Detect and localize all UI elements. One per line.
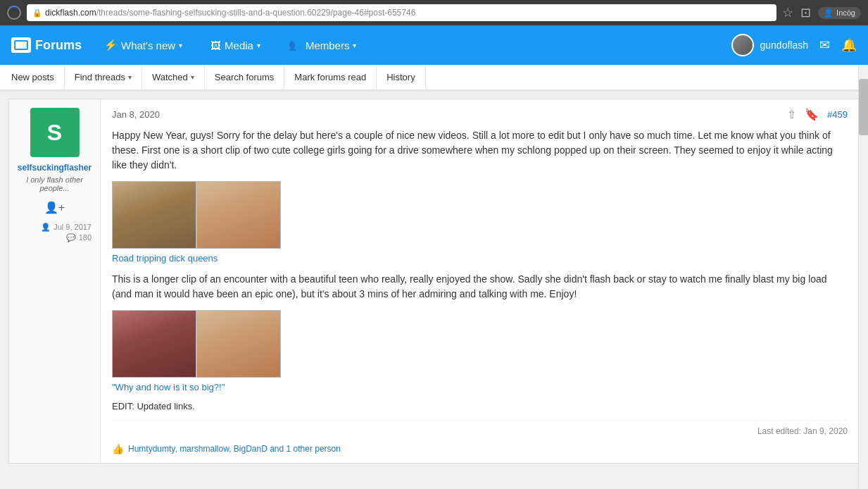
post-header: Jan 8, 2020 ⇧ 🔖 #459 — [112, 108, 848, 121]
message-count: 180 — [79, 233, 92, 242]
nav-members[interactable]: 👥 Members ▾ — [283, 36, 363, 54]
browser-chrome: 🔒 dickflash.com/threads/some-flashing-se… — [0, 0, 868, 25]
image-link-1[interactable]: Road tripping dick queens — [112, 253, 848, 264]
nav-whats-new[interactable]: ⚡ What's new ▾ — [99, 36, 188, 54]
bell-icon[interactable]: 🔔 — [841, 37, 857, 53]
post-container: S selfsuckingflasher I only flash other … — [8, 99, 860, 464]
incog-label: Incóg — [836, 8, 855, 17]
media-label: Media — [225, 39, 253, 51]
reaction-thumbs-icon: 👍 — [112, 443, 124, 454]
post-body-text-1: Happy New Year, guys! Sorry for the dela… — [112, 128, 848, 173]
subnav-watched[interactable]: Watched ▾ — [142, 65, 205, 90]
reaction-users[interactable]: Humtydumty, marshmallow, BigDanD and 1 o… — [128, 444, 341, 454]
user-icon-person: 👤 — [41, 223, 51, 232]
search-forums-label: Search forums — [215, 72, 275, 82]
media-chevron: ▾ — [257, 42, 260, 49]
message-count-row: 💬 180 — [18, 233, 92, 242]
brand-label: Forums — [35, 38, 82, 53]
whats-new-chevron: ▾ — [179, 42, 182, 49]
image-row-2 — [112, 310, 848, 378]
incognito-badge: 👤 Incóg — [818, 7, 861, 19]
header-nav: Forums ⚡ What's new ▾ 🖼 Media ▾ 👥 Member… — [11, 36, 362, 54]
header-username: gundoflash — [760, 39, 808, 51]
user-avatar-header — [731, 34, 754, 56]
url-domain: dickflash.com — [45, 8, 96, 18]
url-path: /threads/some-flashing-selfsucking-still… — [96, 8, 416, 18]
edit-note: EDIT: Updated links. — [112, 401, 848, 411]
url-text: dickflash.com/threads/some-flashing-self… — [45, 8, 415, 18]
star-icon[interactable]: ☆ — [782, 5, 793, 20]
join-date-row: 👤 Jul 9, 2017 — [18, 223, 92, 232]
find-threads-label: Find threads — [75, 72, 125, 82]
share-icon[interactable]: ⇧ — [787, 108, 796, 121]
forums-icon — [11, 37, 31, 53]
header-right: gundoflash ✉ 🔔 — [731, 34, 857, 56]
image-thumbnail-2a[interactable] — [112, 310, 196, 378]
incog-person-icon: 👤 — [824, 8, 834, 18]
sub-navigation: New posts Find threads ▾ Watched ▾ Searc… — [0, 65, 868, 90]
main-content: S selfsuckingflasher I only flash other … — [0, 90, 868, 472]
whats-new-icon: ⚡ — [104, 39, 118, 51]
post-body-text-2: This is a longer clip of an encounter wi… — [112, 272, 848, 302]
add-friend-icon[interactable]: 👤+ — [44, 201, 65, 214]
image-row-1 — [112, 181, 848, 249]
join-date: Jul 9, 2017 — [54, 223, 92, 232]
bookmark-icon[interactable]: 🔖 — [805, 108, 819, 121]
username[interactable]: selfsuckingflasher — [18, 163, 92, 173]
user-tagline: I only flash other people... — [18, 175, 92, 192]
user-meta: 👤 Jul 9, 2017 💬 180 — [18, 223, 92, 244]
subnav-mark-read[interactable]: Mark forums read — [284, 65, 377, 90]
user-profile[interactable]: gundoflash — [731, 34, 808, 56]
image-block-1: Road tripping dick queens — [112, 181, 848, 264]
new-posts-label: New posts — [11, 72, 54, 82]
url-bar[interactable]: 🔒 dickflash.com/threads/some-flashing-se… — [27, 4, 776, 21]
avatar-initial: S — [47, 120, 62, 146]
image-thumbnail-1a[interactable] — [112, 181, 196, 249]
mail-icon[interactable]: ✉ — [819, 37, 830, 53]
image-thumbnail-1b[interactable] — [196, 181, 281, 249]
subnav-search-forums[interactable]: Search forums — [205, 65, 285, 90]
post-actions: ⇧ 🔖 #459 — [787, 108, 848, 121]
avatar: S — [30, 108, 80, 157]
members-icon: 👥 — [289, 39, 302, 51]
scroll-thumb[interactable] — [859, 79, 868, 135]
watched-label: Watched — [152, 72, 188, 82]
media-icon: 🖼 — [210, 39, 221, 51]
post-body: Jan 8, 2020 ⇧ 🔖 #459 Happy New Year, guy… — [101, 99, 859, 463]
find-threads-chevron: ▾ — [128, 73, 132, 81]
tab-icon[interactable]: ⊡ — [800, 5, 811, 20]
image-link-2[interactable]: "Why and how is it so big?!" — [112, 382, 848, 392]
last-edited: Last edited: Jan 9, 2020 — [757, 426, 848, 436]
post-footer: Last edited: Jan 9, 2020 — [112, 420, 848, 436]
loading-spinner — [7, 6, 21, 20]
user-icons: 👤+ — [44, 201, 65, 214]
user-icon-messages: 💬 — [66, 233, 76, 242]
image-thumbnail-2b[interactable] — [196, 310, 281, 378]
browser-actions: ☆ ⊡ 👤 Incóg — [782, 5, 861, 20]
lock-icon: 🔒 — [32, 8, 42, 18]
subnav-new-posts[interactable]: New posts — [8, 65, 65, 90]
user-sidebar: S selfsuckingflasher I only flash other … — [9, 99, 101, 463]
nav-media[interactable]: 🖼 Media ▾ — [205, 37, 266, 54]
members-label: Members — [306, 39, 350, 51]
subnav-history[interactable]: History — [377, 65, 425, 90]
history-label: History — [386, 72, 415, 82]
watched-chevron: ▾ — [191, 73, 194, 81]
members-chevron: ▾ — [353, 42, 356, 49]
reactions: 👍 Humtydumty, marshmallow, BigDanD and 1… — [112, 439, 848, 454]
forums-brand[interactable]: Forums — [11, 37, 82, 53]
subnav-find-threads[interactable]: Find threads ▾ — [65, 65, 142, 90]
scrollbar[interactable] — [858, 65, 868, 472]
post-date: Jan 8, 2020 — [112, 109, 160, 120]
post-number[interactable]: #459 — [827, 109, 848, 120]
whats-new-label: What's new — [121, 39, 175, 51]
image-block-2: "Why and how is it so big?!" — [112, 310, 848, 392]
site-header: Forums ⚡ What's new ▾ 🖼 Media ▾ 👥 Member… — [0, 25, 868, 65]
mark-read-label: Mark forums read — [294, 72, 366, 82]
